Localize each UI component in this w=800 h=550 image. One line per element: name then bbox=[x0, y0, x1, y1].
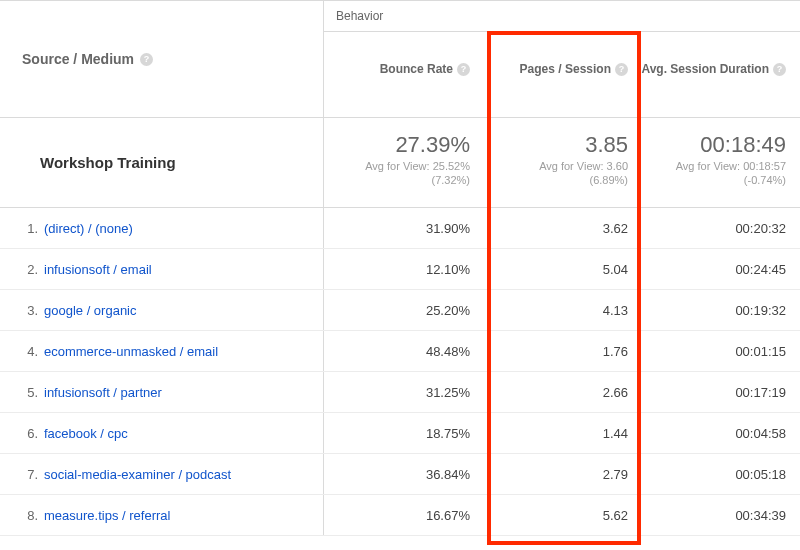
table-header: Source / Medium ? Behavior Bounce Rate ?… bbox=[0, 0, 800, 118]
row-number: 3. bbox=[16, 303, 38, 318]
row-number: 7. bbox=[16, 467, 38, 482]
summary-row: Workshop Training 27.39% Avg for View: 2… bbox=[0, 118, 800, 208]
cell-bounce: 16.67% bbox=[324, 495, 482, 535]
table-row: 2.infusionsoft / email12.10%5.0400:24:45 bbox=[0, 249, 800, 290]
summary-value: 27.39% bbox=[324, 132, 470, 158]
cell-duration: 00:01:15 bbox=[640, 331, 798, 371]
dimension-label: Source / Medium bbox=[22, 51, 134, 67]
table-body: 1.(direct) / (none)31.90%3.6200:20:322.i… bbox=[0, 208, 800, 536]
summary-value: 3.85 bbox=[482, 132, 628, 158]
row-dimension: 6.facebook / cpc bbox=[0, 413, 324, 453]
row-number: 1. bbox=[16, 221, 38, 236]
row-dimension: 4.ecommerce-unmasked / email bbox=[0, 331, 324, 371]
cell-pages: 3.62 bbox=[482, 208, 640, 248]
source-medium-link[interactable]: social-media-examiner / podcast bbox=[44, 467, 231, 482]
summary-delta: (6.89%) bbox=[482, 174, 628, 186]
metrics-header: Behavior Bounce Rate ? Pages / Session ?… bbox=[324, 1, 800, 117]
cell-bounce: 25.20% bbox=[324, 290, 482, 330]
source-medium-link[interactable]: measure.tips / referral bbox=[44, 508, 170, 523]
summary-duration: 00:18:49 Avg for View: 00:18:57 (-0.74%) bbox=[640, 118, 798, 207]
row-number: 6. bbox=[16, 426, 38, 441]
table-row: 1.(direct) / (none)31.90%3.6200:20:32 bbox=[0, 208, 800, 249]
cell-bounce: 31.25% bbox=[324, 372, 482, 412]
summary-value: 00:18:49 bbox=[640, 132, 786, 158]
row-number: 8. bbox=[16, 508, 38, 523]
summary-label: Workshop Training bbox=[0, 118, 324, 207]
cell-duration: 00:04:58 bbox=[640, 413, 798, 453]
summary-delta: (-0.74%) bbox=[640, 174, 786, 186]
col-bounce-rate[interactable]: Bounce Rate ? bbox=[324, 32, 482, 90]
cell-bounce: 36.84% bbox=[324, 454, 482, 494]
cell-duration: 00:19:32 bbox=[640, 290, 798, 330]
help-icon[interactable]: ? bbox=[615, 63, 628, 76]
cell-pages: 1.76 bbox=[482, 331, 640, 371]
table-row: 3.google / organic25.20%4.1300:19:32 bbox=[0, 290, 800, 331]
cell-pages: 4.13 bbox=[482, 290, 640, 330]
cell-bounce: 31.90% bbox=[324, 208, 482, 248]
source-medium-link[interactable]: (direct) / (none) bbox=[44, 221, 133, 236]
cell-bounce: 18.75% bbox=[324, 413, 482, 453]
table-row: 8.measure.tips / referral16.67%5.6200:34… bbox=[0, 495, 800, 536]
row-dimension: 3.google / organic bbox=[0, 290, 324, 330]
source-medium-link[interactable]: ecommerce-unmasked / email bbox=[44, 344, 218, 359]
cell-pages: 5.62 bbox=[482, 495, 640, 535]
table-row: 4.ecommerce-unmasked / email48.48%1.7600… bbox=[0, 331, 800, 372]
cell-pages: 2.79 bbox=[482, 454, 640, 494]
source-medium-link[interactable]: infusionsoft / email bbox=[44, 262, 152, 277]
source-medium-link[interactable]: google / organic bbox=[44, 303, 137, 318]
col-label: Avg. Session Duration bbox=[641, 62, 769, 76]
table-row: 6.facebook / cpc18.75%1.4400:04:58 bbox=[0, 413, 800, 454]
cell-duration: 00:20:32 bbox=[640, 208, 798, 248]
source-medium-link[interactable]: infusionsoft / partner bbox=[44, 385, 162, 400]
row-dimension: 5.infusionsoft / partner bbox=[0, 372, 324, 412]
cell-duration: 00:17:19 bbox=[640, 372, 798, 412]
row-dimension: 8.measure.tips / referral bbox=[0, 495, 324, 535]
help-icon[interactable]: ? bbox=[457, 63, 470, 76]
table-row: 7.social-media-examiner / podcast36.84%2… bbox=[0, 454, 800, 495]
help-icon[interactable]: ? bbox=[773, 63, 786, 76]
table-row: 5.infusionsoft / partner31.25%2.6600:17:… bbox=[0, 372, 800, 413]
summary-avg: Avg for View: 25.52% bbox=[324, 160, 470, 172]
row-dimension: 2.infusionsoft / email bbox=[0, 249, 324, 289]
cell-pages: 1.44 bbox=[482, 413, 640, 453]
cell-pages: 5.04 bbox=[482, 249, 640, 289]
metrics-group-label: Behavior bbox=[324, 1, 800, 32]
cell-duration: 00:05:18 bbox=[640, 454, 798, 494]
cell-bounce: 12.10% bbox=[324, 249, 482, 289]
cell-pages: 2.66 bbox=[482, 372, 640, 412]
row-number: 5. bbox=[16, 385, 38, 400]
dimension-header[interactable]: Source / Medium ? bbox=[0, 1, 324, 117]
summary-bounce: 27.39% Avg for View: 25.52% (7.32%) bbox=[324, 118, 482, 207]
col-label: Pages / Session bbox=[520, 62, 611, 76]
row-dimension: 7.social-media-examiner / podcast bbox=[0, 454, 324, 494]
col-pages-session[interactable]: Pages / Session ? bbox=[482, 32, 640, 90]
cell-duration: 00:34:39 bbox=[640, 495, 798, 535]
source-medium-link[interactable]: facebook / cpc bbox=[44, 426, 128, 441]
cell-bounce: 48.48% bbox=[324, 331, 482, 371]
cell-duration: 00:24:45 bbox=[640, 249, 798, 289]
metric-columns: Bounce Rate ? Pages / Session ? Avg. Ses… bbox=[324, 32, 800, 90]
row-dimension: 1.(direct) / (none) bbox=[0, 208, 324, 248]
row-number: 4. bbox=[16, 344, 38, 359]
help-icon[interactable]: ? bbox=[140, 53, 153, 66]
summary-delta: (7.32%) bbox=[324, 174, 470, 186]
summary-pages: 3.85 Avg for View: 3.60 (6.89%) bbox=[482, 118, 640, 207]
analytics-table: Source / Medium ? Behavior Bounce Rate ?… bbox=[0, 0, 800, 550]
row-number: 2. bbox=[16, 262, 38, 277]
summary-avg: Avg for View: 3.60 bbox=[482, 160, 628, 172]
summary-avg: Avg for View: 00:18:57 bbox=[640, 160, 786, 172]
col-label: Bounce Rate bbox=[380, 62, 453, 76]
col-avg-duration[interactable]: Avg. Session Duration ? bbox=[640, 32, 798, 90]
